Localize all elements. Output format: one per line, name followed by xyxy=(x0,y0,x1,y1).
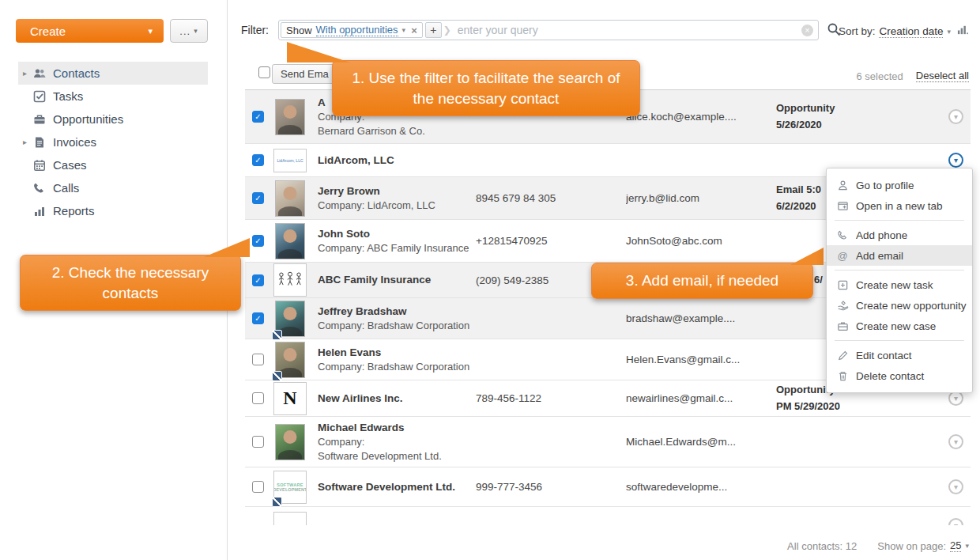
chevron-right-icon[interactable]: ▸ xyxy=(23,138,33,146)
contact-name[interactable]: John Soto xyxy=(318,226,476,242)
filter-box[interactable]: Show With opportunities ▾ × + ❯ × xyxy=(278,20,819,40)
contact-name[interactable]: New Airlines Inc. xyxy=(318,391,476,407)
row-actions-dropdown[interactable] xyxy=(948,153,963,168)
row-checkbox[interactable] xyxy=(252,392,264,404)
contact-photo xyxy=(275,223,305,259)
contact-name-column: New Airlines Inc. xyxy=(318,391,476,407)
avatar xyxy=(273,424,307,460)
menu-item-create-new-task[interactable]: Create new task xyxy=(827,274,972,295)
contact-email: jerry.b@lid.com xyxy=(626,192,776,204)
contact-name[interactable]: Jeffrey Bradshaw xyxy=(318,304,476,320)
more-actions-button[interactable]: ... xyxy=(170,19,208,43)
company-logo xyxy=(273,512,307,525)
row-checkbox[interactable] xyxy=(252,235,264,247)
chevron-down-icon[interactable]: ▾ xyxy=(965,542,969,550)
at-icon: @ xyxy=(836,250,849,262)
create-button-label: Create xyxy=(30,25,66,38)
menu-item-edit-contact[interactable]: Edit contact xyxy=(827,345,972,365)
contact-name-column: Jerry BrownCompany: LidArcom, LLC xyxy=(318,184,476,214)
social-badge-icon xyxy=(272,371,282,381)
avatar xyxy=(273,301,307,337)
cases-icon xyxy=(33,159,46,172)
sidebar-item-reports[interactable]: Reports xyxy=(18,199,208,222)
contact-name[interactable]: LidArcom, LLC xyxy=(318,153,476,168)
row-checkbox[interactable] xyxy=(252,111,264,123)
newtab-icon xyxy=(836,200,849,212)
contact-name-column: John SotoCompany: ABC Family Insurance xyxy=(318,226,476,256)
filter-tag[interactable]: Show With opportunities ▾ × xyxy=(281,22,423,38)
contact-name-column: Michael EdwardsCompany:Software Developm… xyxy=(318,420,476,464)
menu-item-open-in-a-new-tab[interactable]: Open in a new tab xyxy=(827,195,972,216)
tutorial-callout-3-text: 3. Add email, if needed xyxy=(626,272,778,289)
menu-item-add-email[interactable]: @Add email xyxy=(827,245,972,266)
tutorial-callout-2: 2. Check the necessary contacts xyxy=(20,255,241,311)
selection-info: 6 selected Deselect all xyxy=(857,70,969,82)
row-checkbox[interactable] xyxy=(252,154,264,166)
menu-item-add-phone[interactable]: Add phone xyxy=(827,225,972,245)
row-checkbox[interactable] xyxy=(252,192,264,204)
chevron-down-icon[interactable]: ▾ xyxy=(402,26,406,34)
sidebar-item-label: Invoices xyxy=(53,135,96,149)
row-actions-dropdown[interactable] xyxy=(948,109,963,124)
sidebar-item-calls[interactable]: Calls xyxy=(18,176,208,199)
menu-item-go-to-profile[interactable]: Go to profile xyxy=(827,175,972,195)
menu-divider xyxy=(835,220,964,221)
sidebar-item-invoices[interactable]: ▸Invoices xyxy=(18,131,208,153)
avatar: N xyxy=(273,382,307,415)
row-checkbox[interactable] xyxy=(252,436,264,448)
sidebar-item-contacts[interactable]: ▸Contacts xyxy=(18,62,208,85)
chevron-right-icon[interactable]: ▸ xyxy=(23,69,33,78)
contact-company: Company: Bradshaw Corporation xyxy=(318,360,476,374)
sidebar-item-label: Tasks xyxy=(53,89,83,103)
case-icon xyxy=(836,320,849,332)
menu-item-label: Open in a new tab xyxy=(856,200,943,212)
select-all-checkbox[interactable] xyxy=(258,66,270,78)
menu-item-create-new-opportunity[interactable]: Create new opportunity xyxy=(827,295,972,316)
menu-item-label: Add email xyxy=(856,250,903,262)
contact-email: bradshaw@example.... xyxy=(626,312,776,324)
row-checkbox[interactable] xyxy=(252,274,264,286)
sidebar-item-tasks[interactable]: Tasks xyxy=(18,85,208,108)
query-input[interactable] xyxy=(451,24,801,36)
contact-email: softwaredevelopme... xyxy=(626,481,776,493)
contact-name[interactable]: Michael Edwards xyxy=(318,420,476,436)
contact-photo xyxy=(275,99,305,135)
show-on-page-value[interactable]: 25 xyxy=(950,539,961,552)
list-footer: All contacts: 12 Show on page: 25 ▾ xyxy=(787,539,969,552)
sidebar-item-opportunities[interactable]: Opportunities xyxy=(18,108,208,131)
sidebar-nav: ▸ContactsTasksOpportunities▸InvoicesCase… xyxy=(0,62,228,222)
contact-phone: 789-456-1122 xyxy=(476,392,626,404)
row-checkbox[interactable] xyxy=(252,312,264,324)
deselect-all-link[interactable]: Deselect all xyxy=(916,70,969,82)
add-filter-button[interactable]: + xyxy=(425,22,442,38)
contact-name[interactable]: Software Development Ltd. xyxy=(318,479,476,495)
sort-value[interactable]: Creation date xyxy=(879,25,943,38)
row-actions-dropdown[interactable] xyxy=(948,434,963,449)
sidebar-item-label: Calls xyxy=(53,181,79,195)
contact-photo xyxy=(275,180,305,217)
sidebar-item-label: Reports xyxy=(53,204,95,218)
avatar: SOFTWAREDEVELOPMENT xyxy=(273,471,307,504)
sort-label: Sort by: xyxy=(839,25,876,37)
menu-item-label: Create new case xyxy=(856,320,936,332)
task-icon xyxy=(836,279,849,291)
remove-filter-icon[interactable]: × xyxy=(411,25,417,36)
contact-name[interactable]: ABC Family Insurance xyxy=(318,272,476,288)
contact-activity-meta: Opportunity5/26/2020 xyxy=(776,100,944,134)
contact-row: SOFTWAREDEVELOPMENTSoftware Development … xyxy=(245,467,971,507)
row-checkbox[interactable] xyxy=(252,481,264,493)
sidebar-item-cases[interactable]: Cases xyxy=(18,153,208,176)
contact-name[interactable]: Jerry Brown xyxy=(318,184,476,199)
sort-order-icon[interactable] xyxy=(957,24,969,39)
menu-item-delete-contact[interactable]: Delete contact xyxy=(827,365,972,386)
clear-query-icon[interactable]: × xyxy=(801,25,813,36)
contact-name[interactable]: Helen Evans xyxy=(318,345,476,361)
row-actions-dropdown[interactable] xyxy=(948,518,963,525)
row-checkbox[interactable] xyxy=(252,354,264,365)
chevron-right-icon: ❯ xyxy=(443,25,451,36)
chevron-down-icon[interactable]: ▾ xyxy=(947,28,951,36)
filter-tag-value[interactable]: With opportunities xyxy=(316,24,398,36)
menu-item-create-new-case[interactable]: Create new case xyxy=(827,316,972,336)
create-button[interactable]: Create xyxy=(16,19,164,43)
row-actions-dropdown[interactable] xyxy=(948,479,963,494)
